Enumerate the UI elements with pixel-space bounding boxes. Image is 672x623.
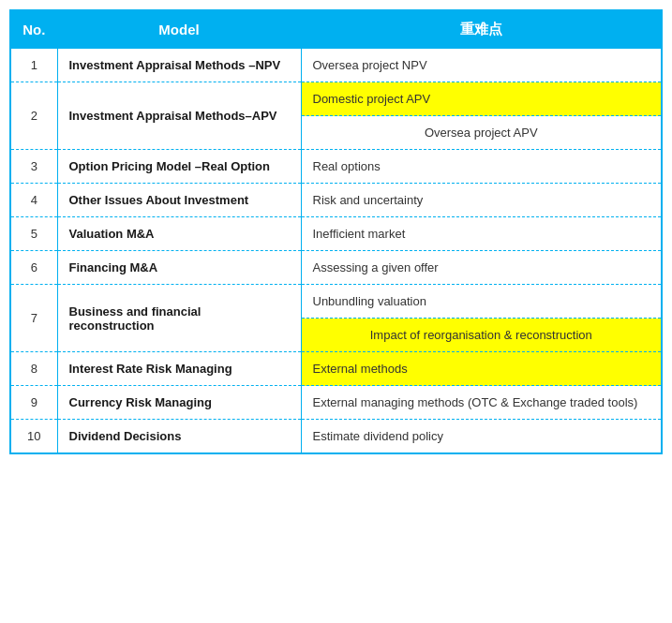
row-model: Business and financial reconstruction [57, 285, 301, 352]
row-difficulty: Impact of reorganisation & reconstructio… [301, 319, 662, 352]
header-difficulty: 重难点 [301, 10, 662, 49]
table-row: 6Financing M&AAssessing a given offer [10, 251, 662, 285]
row-difficulty: Inefficient market [301, 217, 662, 251]
row-number: 2 [10, 82, 57, 150]
row-difficulty: Oversea project NPV [301, 49, 662, 82]
row-model: Financing M&A [57, 251, 301, 285]
row-number: 8 [10, 352, 57, 386]
row-number: 9 [10, 386, 57, 420]
row-difficulty: Unbundling valuation [301, 285, 662, 319]
table-row: 8Interest Rate Risk ManagingExternal met… [10, 352, 662, 386]
row-difficulty: Assessing a given offer [301, 251, 662, 285]
table-row: 10Dividend DecisionsEstimate dividend po… [10, 420, 662, 454]
row-difficulty: Domestic project APV [301, 82, 662, 116]
row-model: Investment Appraisal Methods–APV [57, 82, 301, 150]
table-wrapper: No. Model 重难点 1Investment Appraisal Meth… [0, 0, 672, 464]
row-number: 6 [10, 251, 57, 285]
row-number: 7 [10, 285, 57, 352]
table-row: 4Other Issues About InvestmentRisk and u… [10, 184, 662, 217]
row-number: 10 [10, 420, 57, 454]
table-row: 7Business and financial reconstructionUn… [10, 285, 662, 319]
row-number: 4 [10, 184, 57, 217]
row-number: 3 [10, 150, 57, 184]
main-table: No. Model 重难点 1Investment Appraisal Meth… [9, 9, 663, 454]
row-model: Option Pricing Model –Real Option [57, 150, 301, 184]
row-difficulty: External managing methods (OTC & Exchang… [301, 386, 662, 420]
header-model: Model [57, 10, 301, 49]
row-difficulty: Risk and uncertainty [301, 184, 662, 217]
table-row: 3Option Pricing Model –Real OptionReal o… [10, 150, 662, 184]
table-row: 2Investment Appraisal Methods–APVDomesti… [10, 82, 662, 116]
row-model: Other Issues About Investment [57, 184, 301, 217]
row-difficulty: Oversea project APV [301, 116, 662, 150]
row-model: Valuation M&A [57, 217, 301, 251]
row-difficulty: External methods [301, 352, 662, 386]
row-model: Interest Rate Risk Managing [57, 352, 301, 386]
row-model: Investment Appraisal Methods –NPV [57, 49, 301, 82]
header-no: No. [10, 10, 57, 49]
table-row: 5Valuation M&AInefficient market [10, 217, 662, 251]
row-difficulty: Real options [301, 150, 662, 184]
row-number: 5 [10, 217, 57, 251]
table-row: 9Currency Risk ManagingExternal managing… [10, 386, 662, 420]
table-row: 1Investment Appraisal Methods –NPVOverse… [10, 49, 662, 82]
row-model: Dividend Decisions [57, 420, 301, 454]
row-number: 1 [10, 49, 57, 82]
row-model: Currency Risk Managing [57, 386, 301, 420]
row-difficulty: Estimate dividend policy [301, 420, 662, 454]
